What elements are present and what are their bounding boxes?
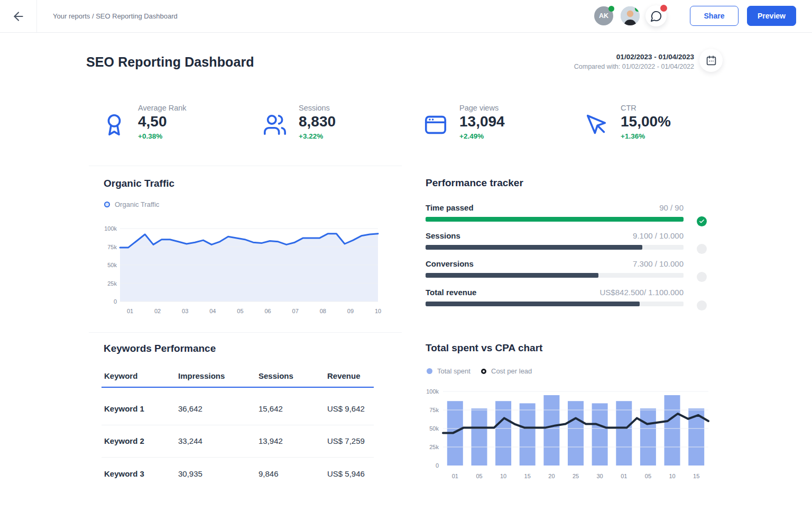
tracker-label: Total revenue — [426, 288, 476, 297]
svg-text:05: 05 — [476, 473, 482, 479]
svg-text:01: 01 — [127, 308, 133, 314]
revenue-cell: US$ 7,259 — [327, 436, 375, 445]
avatar-photo[interactable] — [621, 6, 640, 25]
table-row: Keyword 1 36,642 15,642 US$ 9,642 — [104, 404, 375, 413]
share-button[interactable]: Share — [690, 6, 739, 26]
avatar-ak[interactable]: AK — [594, 6, 613, 25]
tracker-status-pending-icon — [697, 244, 707, 254]
svg-text:30: 30 — [596, 473, 603, 479]
tracker-status-check-icon — [697, 216, 707, 226]
progress-track — [426, 245, 684, 250]
kpi-value: 4,50 — [138, 113, 187, 130]
legend-cost-per-lead[interactable]: Cost per lead — [481, 367, 532, 375]
svg-text:25k: 25k — [429, 444, 439, 450]
progress-track — [426, 217, 684, 222]
kpi-delta: +3.22% — [299, 132, 336, 140]
cursor-icon — [585, 113, 609, 137]
organic-traffic-legend-item[interactable]: Organic Traffic — [104, 200, 159, 208]
tracker-value: 9.100 / 10.000 — [633, 231, 684, 240]
users-icon — [263, 113, 287, 137]
date-range-block[interactable]: 01/02/2023 - 01/04/2023 Compared with: 0… — [574, 53, 694, 70]
back-button[interactable] — [0, 0, 37, 32]
calendar-icon — [706, 55, 717, 66]
page-title: SEO Reporting Dashboard — [86, 54, 254, 70]
revenue-cell: US$ 5,946 — [327, 469, 375, 478]
impressions-cell: 36,642 — [178, 404, 259, 413]
svg-text:0: 0 — [436, 462, 439, 469]
progress-fill — [426, 245, 642, 250]
svg-text:02: 02 — [154, 308, 161, 314]
svg-text:03: 03 — [182, 308, 188, 314]
svg-text:06: 06 — [264, 308, 271, 314]
legend-label: Total spent — [437, 367, 470, 375]
svg-text:07: 07 — [292, 308, 299, 314]
keyword-cell: Keyword 2 — [104, 436, 178, 445]
legend-dot-icon — [427, 368, 432, 374]
kpi-delta: +2.49% — [459, 132, 505, 140]
kpi-sessions: Sessions 8,830 +3.22% — [263, 104, 419, 140]
keyword-cell: Keyword 3 — [104, 469, 178, 478]
tracker-value: US$842.500/ 1.100.000 — [600, 288, 684, 297]
kpi-delta: +0.38% — [138, 132, 187, 140]
svg-text:25k: 25k — [107, 280, 117, 287]
impressions-cell: 30,935 — [178, 469, 259, 478]
section-divider — [89, 332, 402, 333]
compared-date-range: Compared with: 01/02/2022 - 01/04/2022 — [574, 63, 694, 70]
kpi-label: Page views — [459, 104, 505, 112]
svg-text:75k: 75k — [107, 244, 117, 250]
tracker-row-conversions: Conversions7.300 / 10.000 — [426, 259, 684, 278]
column-header: Revenue — [327, 371, 375, 380]
legend-label: Organic Traffic — [115, 200, 159, 208]
kpi-value: 8,830 — [299, 113, 336, 130]
organic-traffic-chart: 100k75k50k25k001020304050607080910 — [102, 222, 383, 320]
kpi-delta: +1.36% — [621, 132, 671, 140]
progress-track — [426, 273, 684, 278]
progress-fill — [426, 273, 598, 278]
revenue-cell: US$ 9,642 — [327, 404, 375, 413]
table-row: Keyword 3 30,935 9,846 US$ 5,946 — [104, 469, 375, 478]
svg-text:05: 05 — [237, 308, 243, 314]
tracker-status-pending-icon — [697, 272, 707, 282]
svg-text:75k: 75k — [429, 407, 439, 413]
sessions-cell: 15,642 — [259, 404, 327, 413]
preview-button[interactable]: Preview — [747, 6, 796, 26]
tracker-label: Conversions — [426, 259, 474, 268]
browser-icon — [423, 113, 448, 137]
kpi-value: 13,094 — [459, 113, 505, 130]
svg-text:20: 20 — [548, 473, 555, 479]
calendar-button[interactable] — [699, 49, 723, 72]
column-header: Impressions — [178, 371, 259, 380]
svg-text:100k: 100k — [104, 225, 117, 232]
chat-button[interactable] — [645, 5, 667, 26]
svg-text:25: 25 — [573, 473, 579, 479]
svg-text:15: 15 — [524, 473, 531, 479]
tracker-value: 90 / 90 — [659, 203, 684, 212]
sessions-cell: 9,846 — [259, 469, 327, 478]
tracker-label: Time passed — [426, 203, 474, 212]
online-dot-icon — [635, 6, 640, 12]
tracker-label: Sessions — [426, 231, 460, 240]
row-divider — [102, 425, 374, 425]
legend-total-spent[interactable]: Total spent — [427, 367, 470, 375]
topbar: Your reports / SEO Reporting Dashboard A… — [0, 0, 812, 33]
kpi-label: Average Rank — [138, 104, 187, 112]
kpi-label: CTR — [621, 104, 671, 112]
tracker-status-pending-icon — [697, 300, 707, 311]
tracker-row-sessions: Sessions9.100 / 10.000 — [426, 231, 684, 250]
breadcrumb[interactable]: Your reports / SEO Reporting Dashboard — [53, 0, 178, 32]
back-arrow-icon — [12, 10, 25, 23]
impressions-cell: 33,244 — [178, 436, 259, 445]
row-divider — [102, 457, 374, 458]
kpi-label: Sessions — [299, 104, 336, 112]
progress-fill — [426, 302, 640, 306]
notification-dot-icon — [660, 5, 667, 12]
svg-text:01: 01 — [621, 473, 627, 479]
performance-tracker-title: Performance tracker — [426, 177, 523, 189]
keywords-table-header: Keyword Impressions Sessions Revenue — [104, 371, 375, 380]
chat-bubble-icon — [650, 10, 662, 22]
spent-cpa-chart: 100k75k50k25k00105101520253001051015 — [422, 385, 714, 487]
svg-text:01: 01 — [452, 473, 458, 479]
svg-text:0: 0 — [114, 298, 117, 305]
svg-text:10: 10 — [500, 473, 506, 479]
seo-reporting-dashboard-page: Your reports / SEO Reporting Dashboard A… — [0, 0, 812, 511]
